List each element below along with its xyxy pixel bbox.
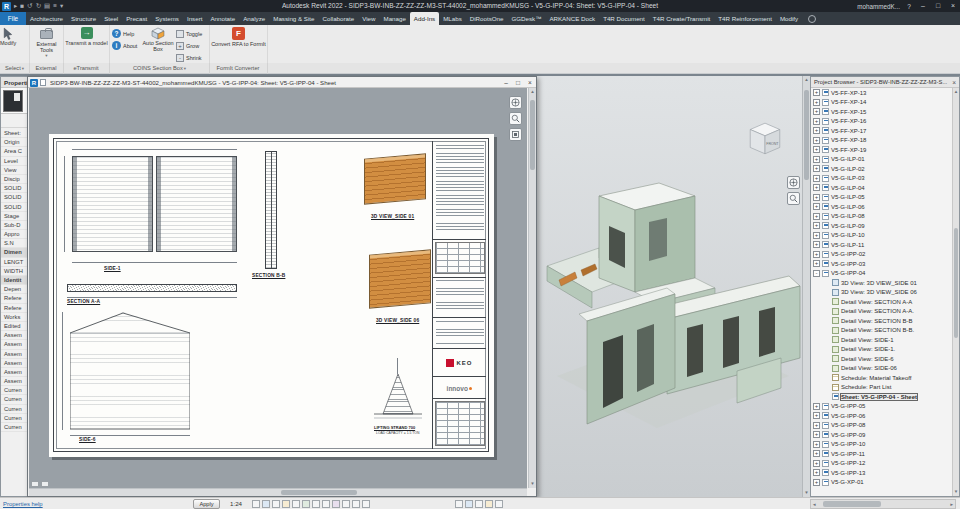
expand-toggle-icon[interactable]: + <box>813 450 820 457</box>
ribbon-tab[interactable]: Steel <box>100 12 122 25</box>
help-button[interactable]: ? Help <box>110 29 142 38</box>
expand-toggle-icon[interactable]: + <box>813 241 820 248</box>
filter-icon[interactable] <box>475 500 483 508</box>
ribbon-tab[interactable]: Manage <box>379 12 409 25</box>
revit-logo-icon[interactable]: R <box>2 2 11 11</box>
steering-wheel-icon[interactable] <box>509 96 522 109</box>
sheet-vertical-scrollbar[interactable]: ▲ ▼ <box>528 88 536 488</box>
expand-toggle-icon[interactable]: + <box>813 118 820 125</box>
ribbon-tab[interactable]: Systems <box>151 12 183 25</box>
expand-toggle-icon[interactable]: + <box>813 222 820 229</box>
tree-item[interactable]: + V5-G-IPP-11 <box>811 449 952 459</box>
visual-style-icon[interactable] <box>272 500 280 508</box>
expand-toggle-icon[interactable]: + <box>813 460 820 467</box>
tree-item[interactable]: + V5-G-IPP-05 <box>811 402 952 412</box>
pan-corner-icon[interactable] <box>41 481 49 487</box>
tree-item[interactable]: + V5-G-ILP-03 <box>811 174 952 184</box>
scroll-down-icon[interactable]: ▼ <box>529 480 536 488</box>
expand-toggle-icon[interactable]: + <box>813 175 820 182</box>
constraints-icon[interactable] <box>362 500 370 508</box>
ribbon-tab[interactable]: GGDesk™ <box>507 12 545 25</box>
tree-item[interactable]: Detail View: SECTION B-B. <box>811 326 952 336</box>
scroll-left-icon[interactable]: ◄ <box>812 500 816 509</box>
analytical-model-icon[interactable] <box>352 500 360 508</box>
3d-view-window[interactable]: FRONT ▲ ▼ <box>537 76 810 497</box>
tree-item[interactable]: + V5-G-ILP-08 <box>811 212 952 222</box>
project-browser-header[interactable]: Project Browser - SIDP3-BW-INB-ZZ-ZZ-ZZ-… <box>811 77 959 88</box>
ribbon-options-icon[interactable] <box>808 15 816 23</box>
file-menu-button[interactable]: File <box>0 12 26 25</box>
tree-item[interactable]: Detail View: SECTION B-B <box>811 316 952 326</box>
expand-toggle-icon[interactable]: + <box>813 99 820 106</box>
expand-toggle-icon[interactable]: + <box>813 146 820 153</box>
tree-item[interactable]: + V5-G-IPP-13 <box>811 468 952 478</box>
ribbon-tab[interactable]: T4R Document <box>599 12 649 25</box>
tree-item[interactable]: 3D View: 3D VIEW_SIDE 06 <box>811 288 952 298</box>
tree-item[interactable]: Detail View: SECTION A-A. <box>811 307 952 317</box>
tree-item[interactable]: Detail View: SIDE-06 <box>811 364 952 374</box>
side6-drawing[interactable] <box>70 312 190 430</box>
scroll-right-icon[interactable]: ► <box>950 500 954 509</box>
project-browser-scrollbar[interactable]: ▲ ▼ <box>952 88 959 496</box>
close-button[interactable]: × <box>948 0 958 12</box>
convert-rfa-button[interactable]: F Convert RFA to FormIt <box>210 25 267 61</box>
expand-toggle-icon[interactable]: + <box>813 412 820 419</box>
expand-toggle-icon[interactable] <box>823 355 830 362</box>
minimize-button[interactable]: – <box>918 0 928 12</box>
tree-item[interactable]: + V5-FF-XP-14 <box>811 98 952 108</box>
tree-item[interactable]: + V5-G-IPP-12 <box>811 459 952 469</box>
expand-toggle-icon[interactable]: + <box>813 422 820 429</box>
editable-only-icon[interactable] <box>485 500 493 508</box>
tree-item[interactable]: + V5-G-XP-01 <box>811 478 952 488</box>
print-icon[interactable]: ▤ <box>44 0 50 12</box>
tree-item[interactable]: + V5-G-ILP-11 <box>811 240 952 250</box>
expand-toggle-icon[interactable]: + <box>813 108 820 115</box>
zoom-icon[interactable] <box>787 192 800 205</box>
expand-toggle-icon[interactable] <box>823 374 830 381</box>
tree-item[interactable]: + V5-FF-XP-18 <box>811 136 952 146</box>
ribbon-tab[interactable]: Massing & Site <box>269 12 318 25</box>
tree-item[interactable]: Sheet: V5-G-IPP-04 - Sheet <box>811 392 952 402</box>
tree-item[interactable]: + V5-FF-XP-13 <box>811 88 952 98</box>
expand-toggle-icon[interactable] <box>823 327 830 334</box>
expand-toggle-icon[interactable] <box>823 336 830 343</box>
scrollbar-thumb[interactable] <box>954 228 958 338</box>
ribbon-tab[interactable]: ARKANCE Dock <box>545 12 599 25</box>
tree-item[interactable]: + V5-G-IPP-09 <box>811 430 952 440</box>
tree-item[interactable]: 3D View: 3D VIEW_SIDE 01 <box>811 278 952 288</box>
measure-icon[interactable]: ≡ <box>53 0 57 12</box>
tree-item[interactable]: + V5-FF-XP-17 <box>811 126 952 136</box>
ribbon-tab[interactable]: Architecture <box>26 12 67 25</box>
expand-toggle-icon[interactable]: + <box>813 184 820 191</box>
transmit-model-button[interactable]: → Transmit a model <box>64 25 109 61</box>
scroll-up-icon[interactable]: ▲ <box>529 88 536 96</box>
ribbon-tab[interactable]: Precast <box>122 12 151 25</box>
maximize-button[interactable]: □ <box>933 0 943 12</box>
exclude-options-icon[interactable] <box>495 500 503 508</box>
sheet-window-titlebar[interactable]: R SIDP3-BW-INB-ZZ-ZZ-ZZ-M3-ST-44002_moha… <box>28 77 536 88</box>
expand-toggle-icon[interactable] <box>823 317 830 324</box>
tree-item[interactable]: Detail View: SIDE-1 <box>811 335 952 345</box>
help-icon[interactable]: ? <box>905 3 913 10</box>
expand-toggle-icon[interactable] <box>823 308 830 315</box>
sheet-canvas[interactable]: SIDE-1 SECTION A-A SIDE-6 <box>29 88 527 488</box>
close-icon[interactable]: × <box>952 77 956 87</box>
expand-toggle-icon[interactable]: + <box>813 403 820 410</box>
tree-item[interactable]: + V5-FF-XP-15 <box>811 107 952 117</box>
sheet-view-window[interactable]: R SIDP3-BW-INB-ZZ-ZZ-ZZ-M3-ST-44002_moha… <box>27 76 537 497</box>
tree-item[interactable]: + V5-G-IPP-08 <box>811 421 952 431</box>
show-crop-icon[interactable] <box>312 500 320 508</box>
undo-icon[interactable]: ↺ <box>27 0 32 12</box>
tree-item[interactable]: + V5-G-ILP-01 <box>811 155 952 165</box>
window-maximize-icon[interactable]: □ <box>514 77 522 88</box>
scroll-up-icon[interactable]: ▲ <box>803 76 810 84</box>
scale-icon[interactable] <box>252 500 260 508</box>
scrollbar-thumb[interactable] <box>804 90 809 180</box>
expand-toggle-icon[interactable] <box>823 393 830 400</box>
scroll-down-icon[interactable]: ▼ <box>803 489 810 497</box>
ribbon-tab[interactable]: Structure <box>67 12 100 25</box>
section-bb-drawing[interactable] <box>265 151 277 269</box>
view-scale[interactable]: 1:24 <box>230 498 242 509</box>
scroll-up-icon[interactable]: ▲ <box>953 88 959 96</box>
scrollbar-thumb[interactable] <box>281 490 357 495</box>
